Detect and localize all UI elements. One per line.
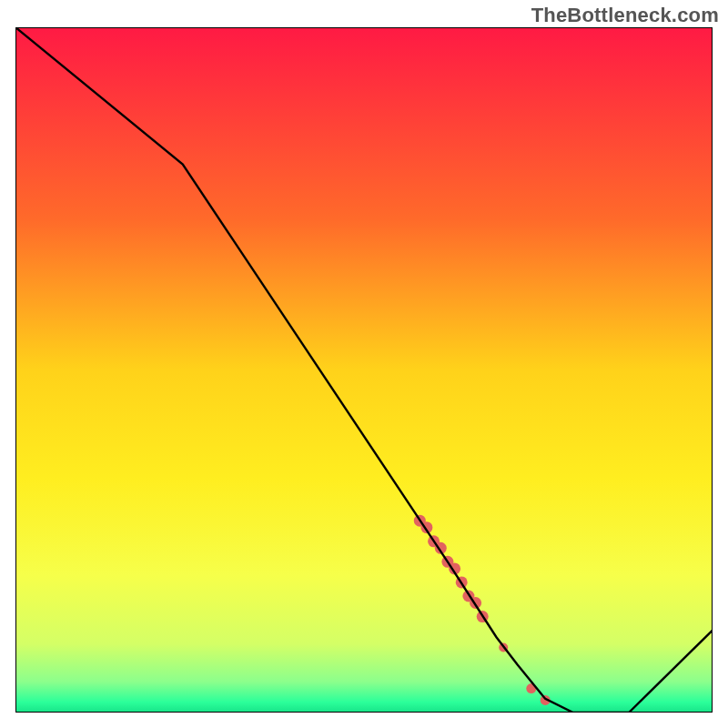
gradient-background <box>15 27 713 713</box>
plot-area <box>15 27 713 713</box>
watermark-text: TheBottleneck.com <box>531 4 719 27</box>
chart-svg <box>15 27 713 713</box>
chart-stage: TheBottleneck.com <box>0 0 728 728</box>
